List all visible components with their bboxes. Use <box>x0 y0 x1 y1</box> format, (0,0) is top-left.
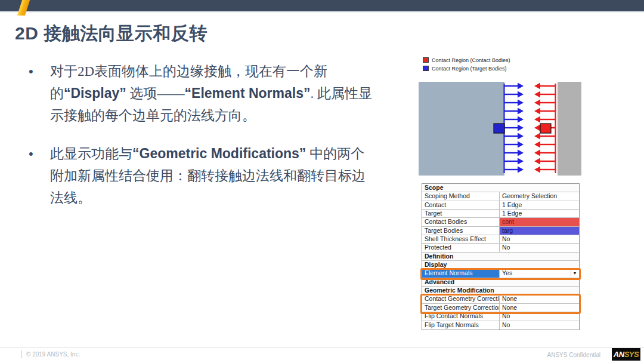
footer-copyright-group: © 2019 ANSYS, Inc. <box>21 350 80 358</box>
copyright-text: © 2019 ANSYS, Inc. <box>26 351 80 358</box>
details-row-protected[interactable]: ProtectedNo <box>422 244 579 252</box>
details-row-label: Scoping Method <box>422 192 500 200</box>
details-row-value[interactable]: 1 Edge <box>500 201 579 209</box>
legend-swatch-icon <box>423 57 429 63</box>
details-row-label: Contact Geometry Correction <box>422 295 500 303</box>
footer-separator-bar <box>21 350 22 358</box>
contact-legend: Contact Region (Contact Bodies)Contact R… <box>423 56 510 73</box>
footer-divider <box>0 347 644 347</box>
details-row-value[interactable]: No <box>500 312 579 320</box>
details-row-target-geometry-correction[interactable]: Target Geometry CorrectionNone <box>422 304 579 312</box>
details-row-value[interactable]: targ <box>500 227 579 235</box>
details-row-value[interactable]: None <box>500 304 579 312</box>
bullet-text: 对于2D表面物体上的边缘接触，现在有一个新的“Display” 选项——“Ele… <box>50 60 377 127</box>
details-row-value[interactable]: Geometry Selection <box>500 192 579 200</box>
top-bar-underline <box>0 11 644 13</box>
details-row-value[interactable]: Yes▼ <box>500 269 579 277</box>
details-row-label: Shell Thickness Effect <box>422 235 500 243</box>
details-row-label: Target <box>422 210 500 217</box>
details-row-value[interactable]: No <box>500 321 579 330</box>
page-title: 2D 接触法向显示和反转 <box>15 21 208 46</box>
details-row-label: Flip Target Normals <box>422 321 500 330</box>
details-row-contact-geometry-correction[interactable]: Contact Geometry CorrectionNone <box>422 295 579 303</box>
details-row-contact-bodies[interactable]: Contact Bodiescont <box>422 218 579 226</box>
details-row-contact[interactable]: Contact1 Edge <box>422 201 579 210</box>
legend-item: Contact Region (Target Bodies) <box>423 64 510 72</box>
details-row-label: Target Bodies <box>422 227 500 235</box>
details-category-geometric-modification: Geometric Modification <box>422 287 579 295</box>
dropdown-arrow-icon[interactable]: ▼ <box>571 270 578 276</box>
bullet-item: •此显示功能与“Geometric Modifications” 中的两个附加新… <box>29 143 377 209</box>
details-row-target[interactable]: Target1 Edge <box>422 210 579 218</box>
details-row-value[interactable]: No <box>500 235 579 243</box>
details-row-value[interactable]: No <box>500 244 579 251</box>
details-row-label: Target Geometry Correction <box>422 304 500 312</box>
details-row-value[interactable]: cont <box>500 218 579 226</box>
legend-item: Contact Region (Contact Bodies) <box>423 56 510 64</box>
details-row-label: Flip Contact Normals <box>422 312 500 320</box>
bullet-text: 此显示功能与“Geometric Modifications” 中的两个附加新属… <box>50 143 377 209</box>
details-row-label: Element Normals <box>422 269 500 277</box>
details-row-scoping-method[interactable]: Scoping MethodGeometry Selection <box>422 192 579 201</box>
details-category-definition: Definition <box>422 253 579 261</box>
details-category-advanced: Advanced <box>422 278 579 287</box>
details-row-flip-target-normals[interactable]: Flip Target NormalsNo <box>422 321 579 330</box>
confidential-text: ANSYS Confidential <box>547 352 601 358</box>
details-row-target-bodies[interactable]: Target Bodiestarg <box>422 227 579 235</box>
top-accent-bar <box>0 0 644 11</box>
bullet-list: •对于2D表面物体上的边缘接触，现在有一个新的“Display” 选项——“El… <box>29 60 377 225</box>
ansys-logo: AN SYS <box>612 348 640 361</box>
bullet-marker-icon: • <box>29 60 50 127</box>
details-row-value[interactable]: None <box>500 295 579 303</box>
ansys-logo-an: AN <box>614 350 624 359</box>
details-category-scope: Scope <box>422 184 579 192</box>
normals-arrows-canvas <box>419 82 581 176</box>
details-row-flip-contact-normals[interactable]: Flip Contact NormalsNo <box>422 312 579 321</box>
details-category-display: Display <box>422 261 579 269</box>
bullet-marker-icon: • <box>29 143 50 209</box>
details-row-shell-thickness-effect[interactable]: Shell Thickness EffectNo <box>422 235 579 244</box>
legend-swatch-icon <box>423 66 429 71</box>
legend-label: Contact Region (Target Bodies) <box>432 66 507 72</box>
details-row-label: Contact <box>422 201 500 209</box>
details-view-table: ScopeScoping MethodGeometry SelectionCon… <box>422 183 580 330</box>
legend-label: Contact Region (Contact Bodies) <box>432 57 510 63</box>
contact-normals-figure <box>419 82 581 176</box>
details-row-element-normals[interactable]: Element NormalsYes▼ <box>422 269 579 278</box>
bullet-item: •对于2D表面物体上的边缘接触，现在有一个新的“Display” 选项——“El… <box>29 60 377 127</box>
details-row-label: Protected <box>422 244 500 251</box>
details-row-value[interactable]: 1 Edge <box>500 210 579 217</box>
ansys-logo-sys: SYS <box>624 350 639 359</box>
details-row-label: Contact Bodies <box>422 218 500 226</box>
